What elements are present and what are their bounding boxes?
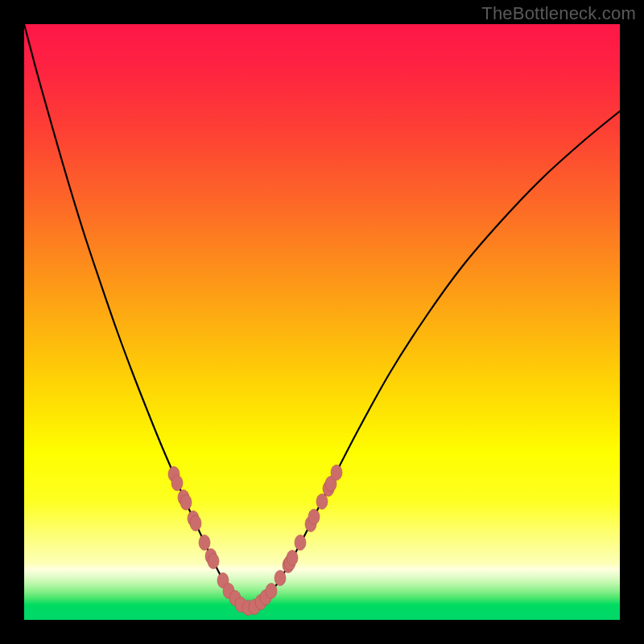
marker-point <box>331 465 342 481</box>
bottleneck-curve <box>24 24 620 608</box>
marker-point <box>266 584 277 599</box>
plot-area <box>24 24 620 620</box>
marker-point <box>199 535 210 551</box>
marker-point <box>275 571 286 586</box>
marker-point <box>180 495 192 510</box>
curve-layer <box>24 24 620 620</box>
marker-point <box>208 554 219 569</box>
watermark-text: TheBottleneck.com <box>481 3 636 24</box>
marker-point <box>295 535 306 551</box>
marker-point <box>190 516 201 531</box>
highlight-markers <box>168 465 342 616</box>
chart-frame: TheBottleneck.com <box>0 0 644 644</box>
marker-point <box>171 476 183 491</box>
marker-point <box>308 510 320 525</box>
marker-point <box>287 551 298 566</box>
marker-point <box>316 494 328 510</box>
